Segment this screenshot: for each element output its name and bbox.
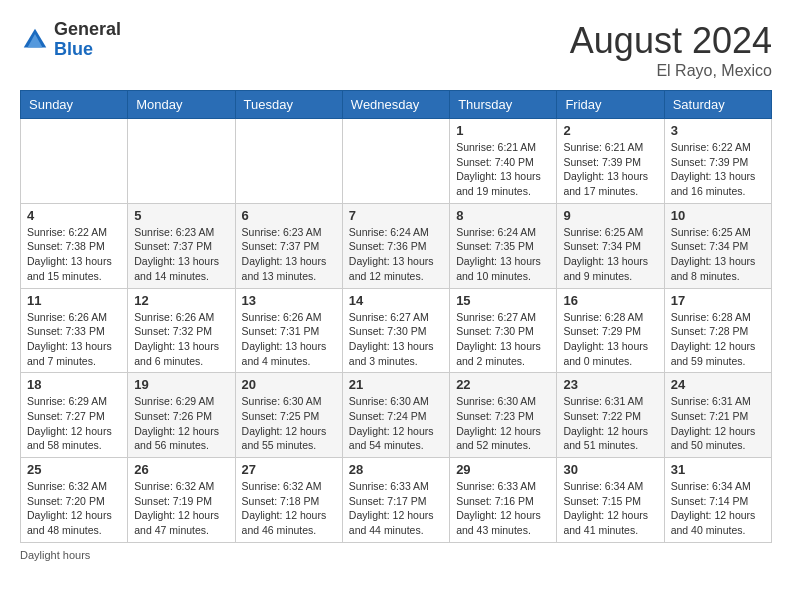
day-info: Sunrise: 6:25 AM Sunset: 7:34 PM Dayligh… xyxy=(563,225,657,284)
day-number: 21 xyxy=(349,377,443,392)
footer-note: Daylight hours xyxy=(20,549,772,561)
day-number: 3 xyxy=(671,123,765,138)
day-info: Sunrise: 6:31 AM Sunset: 7:22 PM Dayligh… xyxy=(563,394,657,453)
day-info: Sunrise: 6:22 AM Sunset: 7:38 PM Dayligh… xyxy=(27,225,121,284)
calendar-cell: 12Sunrise: 6:26 AM Sunset: 7:32 PM Dayli… xyxy=(128,288,235,373)
day-info: Sunrise: 6:23 AM Sunset: 7:37 PM Dayligh… xyxy=(242,225,336,284)
day-info: Sunrise: 6:33 AM Sunset: 7:16 PM Dayligh… xyxy=(456,479,550,538)
day-number: 11 xyxy=(27,293,121,308)
calendar-cell: 23Sunrise: 6:31 AM Sunset: 7:22 PM Dayli… xyxy=(557,373,664,458)
day-info: Sunrise: 6:32 AM Sunset: 7:18 PM Dayligh… xyxy=(242,479,336,538)
month-year: August 2024 xyxy=(570,20,772,62)
day-info: Sunrise: 6:21 AM Sunset: 7:39 PM Dayligh… xyxy=(563,140,657,199)
calendar-week-1: 1Sunrise: 6:21 AM Sunset: 7:40 PM Daylig… xyxy=(21,119,772,204)
calendar-header-row: SundayMondayTuesdayWednesdayThursdayFrid… xyxy=(21,91,772,119)
logo-blue: Blue xyxy=(54,39,93,59)
day-number: 4 xyxy=(27,208,121,223)
day-number: 5 xyxy=(134,208,228,223)
day-number: 1 xyxy=(456,123,550,138)
day-info: Sunrise: 6:26 AM Sunset: 7:31 PM Dayligh… xyxy=(242,310,336,369)
day-number: 7 xyxy=(349,208,443,223)
calendar-cell: 2Sunrise: 6:21 AM Sunset: 7:39 PM Daylig… xyxy=(557,119,664,204)
calendar-week-4: 18Sunrise: 6:29 AM Sunset: 7:27 PM Dayli… xyxy=(21,373,772,458)
calendar-cell: 19Sunrise: 6:29 AM Sunset: 7:26 PM Dayli… xyxy=(128,373,235,458)
calendar-header-saturday: Saturday xyxy=(664,91,771,119)
logo-general: General xyxy=(54,19,121,39)
day-number: 12 xyxy=(134,293,228,308)
calendar-cell: 15Sunrise: 6:27 AM Sunset: 7:30 PM Dayli… xyxy=(450,288,557,373)
day-info: Sunrise: 6:34 AM Sunset: 7:15 PM Dayligh… xyxy=(563,479,657,538)
calendar-cell: 8Sunrise: 6:24 AM Sunset: 7:35 PM Daylig… xyxy=(450,203,557,288)
calendar-cell: 26Sunrise: 6:32 AM Sunset: 7:19 PM Dayli… xyxy=(128,458,235,543)
calendar-cell: 11Sunrise: 6:26 AM Sunset: 7:33 PM Dayli… xyxy=(21,288,128,373)
calendar-week-5: 25Sunrise: 6:32 AM Sunset: 7:20 PM Dayli… xyxy=(21,458,772,543)
day-info: Sunrise: 6:30 AM Sunset: 7:23 PM Dayligh… xyxy=(456,394,550,453)
day-number: 16 xyxy=(563,293,657,308)
calendar-cell: 27Sunrise: 6:32 AM Sunset: 7:18 PM Dayli… xyxy=(235,458,342,543)
logo-text: General Blue xyxy=(54,20,121,60)
calendar-cell: 22Sunrise: 6:30 AM Sunset: 7:23 PM Dayli… xyxy=(450,373,557,458)
day-number: 9 xyxy=(563,208,657,223)
day-number: 24 xyxy=(671,377,765,392)
calendar-cell: 16Sunrise: 6:28 AM Sunset: 7:29 PM Dayli… xyxy=(557,288,664,373)
day-info: Sunrise: 6:28 AM Sunset: 7:29 PM Dayligh… xyxy=(563,310,657,369)
calendar-cell: 6Sunrise: 6:23 AM Sunset: 7:37 PM Daylig… xyxy=(235,203,342,288)
calendar-cell xyxy=(128,119,235,204)
day-number: 13 xyxy=(242,293,336,308)
day-info: Sunrise: 6:24 AM Sunset: 7:35 PM Dayligh… xyxy=(456,225,550,284)
calendar-cell: 21Sunrise: 6:30 AM Sunset: 7:24 PM Dayli… xyxy=(342,373,449,458)
calendar-cell: 30Sunrise: 6:34 AM Sunset: 7:15 PM Dayli… xyxy=(557,458,664,543)
day-info: Sunrise: 6:27 AM Sunset: 7:30 PM Dayligh… xyxy=(349,310,443,369)
day-info: Sunrise: 6:33 AM Sunset: 7:17 PM Dayligh… xyxy=(349,479,443,538)
calendar-week-3: 11Sunrise: 6:26 AM Sunset: 7:33 PM Dayli… xyxy=(21,288,772,373)
day-info: Sunrise: 6:30 AM Sunset: 7:25 PM Dayligh… xyxy=(242,394,336,453)
day-info: Sunrise: 6:29 AM Sunset: 7:26 PM Dayligh… xyxy=(134,394,228,453)
day-number: 27 xyxy=(242,462,336,477)
day-info: Sunrise: 6:32 AM Sunset: 7:19 PM Dayligh… xyxy=(134,479,228,538)
calendar-cell: 1Sunrise: 6:21 AM Sunset: 7:40 PM Daylig… xyxy=(450,119,557,204)
day-number: 28 xyxy=(349,462,443,477)
calendar-header-friday: Friday xyxy=(557,91,664,119)
day-info: Sunrise: 6:23 AM Sunset: 7:37 PM Dayligh… xyxy=(134,225,228,284)
day-number: 29 xyxy=(456,462,550,477)
calendar-cell: 29Sunrise: 6:33 AM Sunset: 7:16 PM Dayli… xyxy=(450,458,557,543)
calendar-header-sunday: Sunday xyxy=(21,91,128,119)
day-number: 20 xyxy=(242,377,336,392)
calendar-cell: 14Sunrise: 6:27 AM Sunset: 7:30 PM Dayli… xyxy=(342,288,449,373)
day-info: Sunrise: 6:32 AM Sunset: 7:20 PM Dayligh… xyxy=(27,479,121,538)
day-number: 31 xyxy=(671,462,765,477)
calendar-header-monday: Monday xyxy=(128,91,235,119)
day-number: 15 xyxy=(456,293,550,308)
title-block: August 2024 El Rayo, Mexico xyxy=(570,20,772,80)
day-number: 26 xyxy=(134,462,228,477)
day-info: Sunrise: 6:30 AM Sunset: 7:24 PM Dayligh… xyxy=(349,394,443,453)
calendar-cell xyxy=(21,119,128,204)
logo-icon xyxy=(20,25,50,55)
day-info: Sunrise: 6:31 AM Sunset: 7:21 PM Dayligh… xyxy=(671,394,765,453)
day-number: 10 xyxy=(671,208,765,223)
day-info: Sunrise: 6:26 AM Sunset: 7:32 PM Dayligh… xyxy=(134,310,228,369)
calendar-cell xyxy=(235,119,342,204)
calendar-header-thursday: Thursday xyxy=(450,91,557,119)
day-info: Sunrise: 6:34 AM Sunset: 7:14 PM Dayligh… xyxy=(671,479,765,538)
day-info: Sunrise: 6:25 AM Sunset: 7:34 PM Dayligh… xyxy=(671,225,765,284)
page-header: General Blue August 2024 El Rayo, Mexico xyxy=(20,20,772,80)
calendar-cell: 4Sunrise: 6:22 AM Sunset: 7:38 PM Daylig… xyxy=(21,203,128,288)
day-number: 8 xyxy=(456,208,550,223)
calendar-cell: 13Sunrise: 6:26 AM Sunset: 7:31 PM Dayli… xyxy=(235,288,342,373)
calendar-header-wednesday: Wednesday xyxy=(342,91,449,119)
day-info: Sunrise: 6:29 AM Sunset: 7:27 PM Dayligh… xyxy=(27,394,121,453)
day-number: 19 xyxy=(134,377,228,392)
day-number: 14 xyxy=(349,293,443,308)
calendar-cell: 20Sunrise: 6:30 AM Sunset: 7:25 PM Dayli… xyxy=(235,373,342,458)
day-info: Sunrise: 6:26 AM Sunset: 7:33 PM Dayligh… xyxy=(27,310,121,369)
calendar-cell: 3Sunrise: 6:22 AM Sunset: 7:39 PM Daylig… xyxy=(664,119,771,204)
logo: General Blue xyxy=(20,20,121,60)
day-number: 17 xyxy=(671,293,765,308)
calendar-cell: 17Sunrise: 6:28 AM Sunset: 7:28 PM Dayli… xyxy=(664,288,771,373)
day-number: 6 xyxy=(242,208,336,223)
calendar-cell: 9Sunrise: 6:25 AM Sunset: 7:34 PM Daylig… xyxy=(557,203,664,288)
day-info: Sunrise: 6:21 AM Sunset: 7:40 PM Dayligh… xyxy=(456,140,550,199)
calendar-cell: 28Sunrise: 6:33 AM Sunset: 7:17 PM Dayli… xyxy=(342,458,449,543)
day-number: 2 xyxy=(563,123,657,138)
